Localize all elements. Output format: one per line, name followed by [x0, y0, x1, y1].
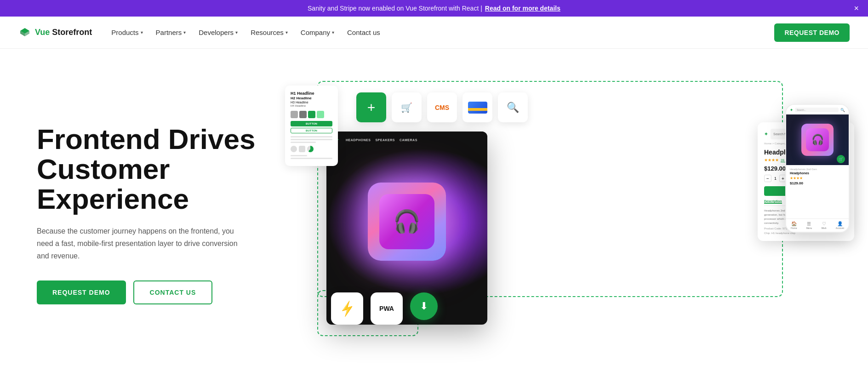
wishlist-phone-icon: ♡ — [822, 221, 826, 226]
style-h1: H1 Headline — [291, 91, 332, 96]
phone-nav-menu[interactable]: ☰ Menu — [806, 221, 812, 229]
nav-links: Products ▾ Partners ▾ Developers ▾ Resou… — [106, 23, 850, 42]
phone-cart-badge: 🛒 — [837, 155, 845, 163]
card-strip — [468, 108, 487, 111]
qty-decrement[interactable]: − — [764, 175, 771, 182]
avatar-row — [291, 146, 332, 152]
mockup-navbar: ✦ HEADPHONES SPEAKERS CAMERAS — [326, 132, 487, 148]
hero-contact-us-button[interactable]: CONTACT US — [133, 280, 213, 304]
phone-earbuds-inner: 🎧 — [806, 128, 829, 151]
cart-icon: 🛒 — [401, 102, 412, 113]
phone-price: $129.00 — [790, 181, 845, 185]
product-card-logo: ✦ — [764, 132, 768, 137]
nav-item-resources[interactable]: Resources ▾ — [245, 25, 293, 40]
search-icon: 🔍 — [507, 102, 519, 114]
nav-item-company[interactable]: Company ▾ — [295, 25, 340, 40]
cart-icon-box: 🛒 — [392, 92, 422, 122]
top-banner: Sanity and Stripe now enabled on Vue Sto… — [0, 0, 868, 17]
pwa-icon-box: PWA — [371, 292, 403, 325]
style-h3: H3 Headline — [291, 101, 332, 104]
hero-section: Frontend Drives Customer Experience Beca… — [0, 49, 868, 371]
desc-tab-description[interactable]: Description — [764, 200, 782, 204]
plus-icon: + — [367, 100, 376, 115]
phone-cart-icon: 🛒 — [839, 157, 843, 161]
phone-stars: ★★★★ — [790, 176, 845, 180]
color-swatches — [291, 111, 332, 118]
phone-search-bar: Search... — [795, 108, 839, 112]
style-btn-outline: BUTTON — [291, 128, 332, 133]
credit-card-icon — [468, 102, 487, 114]
phone-product-subtitle: Headphones 2nd Gen — [790, 168, 845, 171]
chevron-down-icon: ▾ — [183, 30, 186, 35]
bottom-feature-icons: ⚡ PWA ⬇ — [331, 292, 438, 325]
product-stars: ★★★★ — [764, 158, 779, 162]
nav-item-developers[interactable]: Developers ▾ — [193, 25, 243, 40]
swatch-gray2 — [299, 111, 307, 118]
hero-title: Frontend Drives Customer Experience — [37, 124, 267, 214]
download-icon-box: ⬇ — [410, 292, 438, 320]
search-icon-box: 🔍 — [498, 92, 528, 122]
nav-item-partners[interactable]: Partners ▾ — [150, 25, 192, 40]
download-arrow-icon: ⬇ — [420, 300, 428, 312]
gray-lines — [291, 136, 332, 143]
style-btn-primary: BUTTON — [291, 121, 332, 126]
cms-icon-box: CMS — [427, 92, 457, 122]
banner-text: Sanity and Stripe now enabled on Vue Sto… — [308, 5, 482, 12]
nav-contact[interactable]: Contact us — [342, 25, 386, 40]
phone-logo: ✦ — [790, 108, 793, 112]
earbuds-case: 🎧 — [368, 183, 446, 261]
style-h2: H2 Headline — [291, 96, 332, 100]
banner-link[interactable]: Read on for more details — [485, 5, 560, 12]
avatar-square — [299, 146, 305, 152]
hero-subtitle: Because the customer journey happens on … — [37, 225, 239, 263]
phone-nav-home-label: Home — [791, 227, 797, 229]
pwa-label: PWA — [379, 305, 394, 312]
swatch-gray1 — [291, 111, 298, 118]
phone-nav-account[interactable]: 👤 Account — [836, 221, 844, 229]
phone-product-name: Headphones — [790, 172, 845, 175]
hero-request-demo-button[interactable]: REQUEST DEMO — [37, 280, 126, 304]
phone-product-details: Headphones 2nd Gen Headphones ★★★★ $129.… — [786, 165, 849, 188]
phone-nav-home[interactable]: 🏠 Home — [791, 221, 797, 229]
gray-line-full — [291, 136, 332, 137]
style-guide-card: H1 Headline H2 Headline H3 Headline H4 H… — [285, 86, 338, 166]
nav-partners-label: Partners — [156, 29, 182, 36]
navbar: Vue Storefront Products ▾ Partners ▾ Dev… — [0, 17, 868, 49]
chevron-down-icon: ▾ — [332, 30, 334, 35]
lightning-icon-box: ⚡ — [331, 292, 363, 325]
phone-search-icon: 🔍 — [840, 108, 845, 112]
phone-nav-wishlist-label: Wish — [821, 227, 826, 229]
account-phone-icon: 👤 — [837, 221, 843, 226]
avatar-pie — [307, 146, 314, 152]
mockup-nav-headphones: HEADPHONES — [346, 138, 371, 142]
plus-icon-box: + — [356, 92, 386, 122]
style-h4: H4 Headline — [291, 104, 332, 107]
phone-nav-wishlist[interactable]: ♡ Wish — [821, 221, 826, 229]
nav-request-demo-button[interactable]: REQUEST DEMO — [774, 23, 850, 42]
phone-earbuds: 🎧 — [801, 124, 834, 156]
gray-line-short — [291, 142, 316, 143]
logo-icon — [18, 26, 31, 39]
nav-item-products[interactable]: Products ▾ — [106, 25, 148, 40]
nav-products-label: Products — [111, 29, 138, 36]
mockup-product-image: 🎧 — [326, 148, 487, 295]
nav-resources-label: Resources — [251, 29, 284, 36]
gray-line-shorter — [291, 155, 307, 156]
hero-buttons: REQUEST DEMO CONTACT US — [37, 280, 267, 304]
phone-product-image: 🎧 🛒 — [786, 114, 849, 165]
mockup-nav-speakers: SPEAKERS — [375, 138, 395, 142]
banner-close-button[interactable]: × — [854, 4, 859, 12]
menu-icon: ☰ — [807, 221, 811, 226]
avatar-circle — [291, 146, 297, 152]
qty-value: 1 — [774, 176, 777, 181]
logo[interactable]: Vue Storefront — [18, 26, 92, 39]
feature-icons-row: + 🛒 CMS 🔍 — [356, 92, 528, 122]
logo-text: Vue Storefront — [35, 28, 92, 37]
mockup-nav-links: HEADPHONES SPEAKERS CAMERAS — [346, 138, 417, 142]
chevron-down-icon: ▾ — [235, 30, 238, 35]
gray-line-bottom — [291, 158, 332, 159]
chevron-down-icon: ▾ — [286, 30, 288, 35]
phone-top-bar: ✦ Search... 🔍 — [786, 105, 849, 114]
phone-nav-account-label: Account — [836, 227, 844, 229]
nav-developers-label: Developers — [199, 29, 234, 36]
